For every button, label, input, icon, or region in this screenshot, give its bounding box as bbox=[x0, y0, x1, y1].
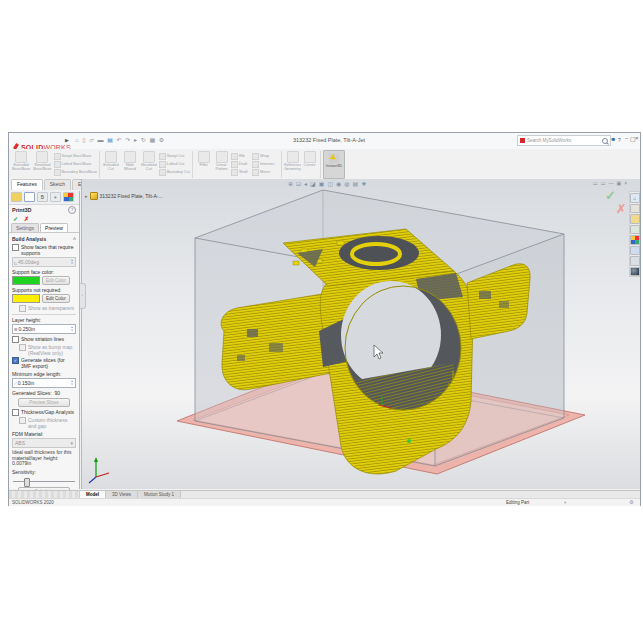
login-user-icon[interactable]: ☻ bbox=[610, 136, 616, 142]
solidworks-add-ins-icon[interactable] bbox=[630, 256, 640, 265]
rib-button[interactable]: Rib bbox=[231, 152, 251, 160]
print-icon[interactable]: ▤ bbox=[107, 137, 114, 143]
open-file-icon[interactable]: ▱ bbox=[89, 137, 95, 143]
help-icon[interactable]: ? bbox=[68, 206, 76, 214]
file-explorer-icon[interactable] bbox=[630, 214, 640, 223]
tab-settings[interactable]: Settings bbox=[11, 223, 39, 232]
spinner-icon[interactable]: ▴▾ bbox=[70, 326, 74, 333]
slider-thumb[interactable] bbox=[24, 478, 30, 487]
undo-icon[interactable]: ↶ bbox=[117, 137, 123, 143]
file-properties-icon[interactable]: ▦ bbox=[149, 137, 156, 143]
apply-scene-icon[interactable]: ▤ bbox=[353, 180, 359, 187]
instant3d-button[interactable]: Instant3D bbox=[323, 150, 345, 179]
menu-expand-arrow[interactable]: ▶ bbox=[65, 137, 70, 143]
transparent-checkbox[interactable]: Show as transparent bbox=[19, 305, 76, 312]
view-settings-icon[interactable]: ❖ bbox=[361, 180, 366, 187]
layer-height-value[interactable]: 0.250in bbox=[19, 326, 69, 332]
display-manager-tab-icon[interactable] bbox=[63, 192, 74, 202]
spinner-icon[interactable]: ▴▾ bbox=[70, 259, 74, 266]
section-view-icon[interactable]: ◪ bbox=[310, 180, 316, 187]
home-icon[interactable]: ⌂ bbox=[75, 137, 80, 143]
doc-window-icon[interactable]: ▭ bbox=[593, 180, 598, 186]
mirror-button[interactable]: Mirror bbox=[252, 168, 278, 176]
feature-tree-tab-icon[interactable] bbox=[11, 192, 22, 202]
design-library-icon[interactable] bbox=[630, 204, 640, 213]
new-file-icon[interactable]: ▯ bbox=[82, 137, 86, 143]
intersect-button[interactable]: Intersect bbox=[252, 160, 278, 168]
cancel-x-icon[interactable]: ✗ bbox=[24, 215, 29, 222]
extruded-cut-button[interactable]: Extruded Cut bbox=[102, 150, 120, 179]
redo-icon[interactable]: ↷ bbox=[125, 137, 131, 143]
status-gear-icon[interactable]: ⚙ bbox=[629, 499, 633, 505]
3d-content-central-icon[interactable] bbox=[630, 267, 640, 276]
angle-value[interactable]: 45.00deg bbox=[18, 259, 69, 265]
save-icon[interactable]: ▬ bbox=[98, 137, 105, 143]
rebuild-icon[interactable]: ↻ bbox=[141, 137, 147, 143]
custom-properties-icon[interactable] bbox=[630, 246, 640, 255]
search-box[interactable]: Search MySolidWorks bbox=[517, 135, 611, 146]
wrap-button[interactable]: Wrap bbox=[252, 152, 278, 160]
boundary-cut-button[interactable]: Boundary Cut bbox=[159, 168, 190, 176]
ok-check-icon[interactable]: ✓ bbox=[13, 215, 18, 222]
view-orientation-icon[interactable]: ▣ bbox=[319, 180, 325, 187]
bump-map-checkbox[interactable]: Show as bump map (RealView only) bbox=[19, 344, 76, 356]
tab-preview[interactable]: Preview bbox=[40, 223, 68, 232]
show-faces-checkbox[interactable]: Show faces that require supports bbox=[12, 244, 76, 256]
layer-height-field[interactable]: ☰ 0.250in ▴▾ bbox=[12, 324, 76, 334]
doc-close-icon[interactable]: × bbox=[624, 180, 627, 186]
hide-show-items-icon[interactable]: ◉ bbox=[336, 180, 341, 187]
zoom-area-icon[interactable]: ⊡ bbox=[296, 180, 301, 187]
curves-button[interactable]: Curves bbox=[302, 150, 317, 179]
boundary-boss-base-button[interactable]: Boundary Boss/Base bbox=[54, 168, 97, 176]
lofted-boss-base-button[interactable]: Lofted Boss/Base bbox=[54, 160, 97, 168]
support-angle-field[interactable]: ◺ 45.00deg ▴▾ bbox=[12, 257, 76, 267]
fillet-button[interactable]: Fillet bbox=[195, 150, 212, 179]
property-manager-tab-icon[interactable] bbox=[24, 192, 35, 202]
confirmation-corner-cancel-icon[interactable]: ✗ bbox=[616, 202, 626, 216]
min-edge-field[interactable]: ⟋ 0.150in ▴▾ bbox=[12, 378, 76, 388]
edit-color-button-2[interactable]: Edit Color bbox=[42, 294, 70, 303]
appearances-icon[interactable] bbox=[630, 235, 640, 244]
checkbox-box[interactable] bbox=[12, 244, 19, 251]
doc-minimize-icon[interactable]: — bbox=[608, 180, 613, 186]
previous-view-icon[interactable]: ◂ bbox=[304, 180, 307, 187]
striation-checkbox[interactable]: Show striation lines bbox=[12, 336, 76, 343]
custom-thickness-checkbox[interactable]: Custom thickness and gap bbox=[19, 417, 76, 429]
thickness-gap-checkbox[interactable]: Thickness/Gap Analysis bbox=[12, 409, 76, 416]
revolved-cut-button[interactable]: Revolved Cut bbox=[140, 150, 158, 179]
generate-slices-checkbox[interactable]: ✓ Generate slices (for 3MF export) bbox=[12, 357, 76, 369]
swept-cut-button[interactable]: Swept Cut bbox=[159, 152, 190, 160]
flyout-feature-tree[interactable]: ▸ 313232 Fixed Plate, Tilt-A-... bbox=[85, 192, 163, 200]
doc-restore-icon[interactable]: ▣ bbox=[616, 180, 621, 186]
tree-expand-icon[interactable]: ▸ bbox=[85, 193, 88, 199]
lofted-cut-button[interactable]: Lofted Cut bbox=[159, 160, 190, 168]
zoom-fit-icon[interactable]: ⊕ bbox=[288, 180, 293, 187]
build-analysis-section-header[interactable]: Build Analysis ^ bbox=[12, 236, 76, 242]
tab-sketch[interactable]: Sketch bbox=[44, 179, 71, 190]
spinner-icon[interactable]: ▴▾ bbox=[70, 380, 74, 387]
confirmation-corner-ok-icon[interactable]: ✓ bbox=[605, 188, 616, 203]
fdm-material-select[interactable]: ABS ▾ bbox=[12, 438, 76, 448]
dimxpert-tab-icon[interactable]: ⌖ bbox=[50, 192, 61, 202]
swept-boss-base-button[interactable]: Swept Boss/Base bbox=[54, 152, 97, 160]
configuration-manager-tab-icon[interactable]: B bbox=[37, 192, 48, 202]
window-close-icon[interactable]: × bbox=[635, 135, 641, 141]
shell-button[interactable]: Shell bbox=[231, 168, 251, 176]
extruded-boss-base-button[interactable]: Extruded Boss/Base bbox=[11, 150, 31, 179]
hole-wizard-button[interactable]: Hole Wizard bbox=[121, 150, 139, 179]
solidworks-resources-icon[interactable]: ⌂ bbox=[630, 193, 640, 203]
help-menu[interactable]: ? bbox=[618, 137, 621, 143]
edit-color-button[interactable]: Edit Color bbox=[42, 276, 70, 285]
options-gear-icon[interactable]: ⚙ bbox=[159, 137, 165, 143]
panel-splitter-handle[interactable]: ‹ bbox=[80, 283, 86, 309]
edit-appearance-icon[interactable]: ◍ bbox=[344, 180, 349, 187]
draft-button[interactable]: Draft bbox=[231, 160, 251, 168]
preview-slices-button[interactable]: Preview Slices bbox=[18, 398, 70, 407]
tree-item-label[interactable]: 313232 Fixed Plate, Tilt-A-... bbox=[100, 193, 163, 199]
revolved-boss-base-button[interactable]: Revolved Boss/Base bbox=[32, 150, 52, 179]
search-input[interactable]: Search MySolidWorks bbox=[527, 138, 600, 143]
tab-features[interactable]: Features bbox=[11, 179, 43, 190]
reference-geometry-button[interactable]: Reference Geometry bbox=[284, 150, 301, 179]
min-edge-value[interactable]: 0.150in bbox=[18, 380, 69, 386]
units-dropdown[interactable]: ▾ bbox=[564, 500, 566, 505]
